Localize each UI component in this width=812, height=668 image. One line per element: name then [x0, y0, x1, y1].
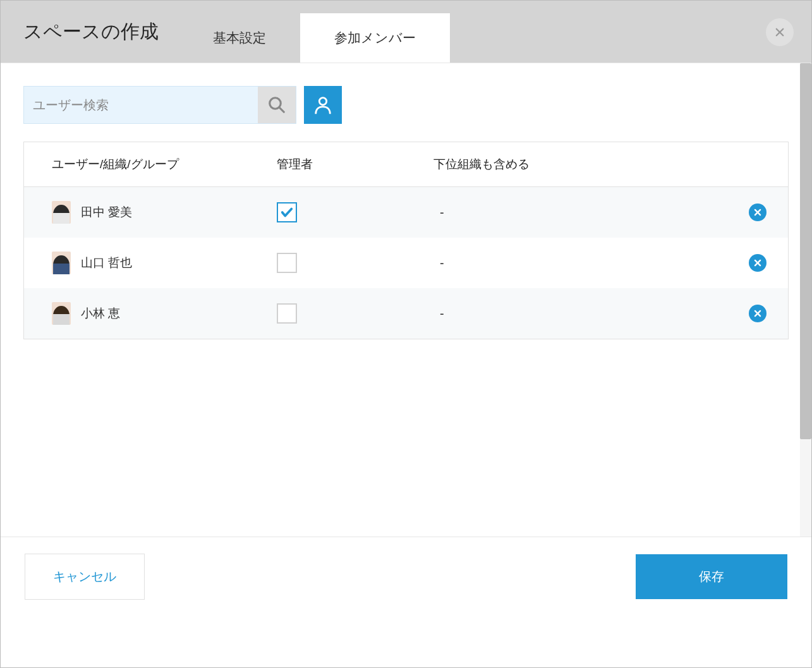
- remove-button[interactable]: [749, 305, 767, 322]
- scrollbar-thumb[interactable]: [800, 63, 811, 439]
- column-remove: [610, 156, 788, 173]
- row-include: -: [433, 307, 610, 321]
- avatar: [52, 302, 71, 325]
- admin-checkbox[interactable]: [277, 303, 297, 324]
- row-name: 山口 哲也: [24, 252, 277, 274]
- row-remove: [610, 203, 788, 221]
- row-admin: [277, 253, 433, 273]
- table-header: ユーザー/組織/グループ 管理者 下位組織も含める: [24, 142, 788, 187]
- table-row: 田中 愛美-: [24, 187, 788, 238]
- row-remove: [610, 305, 788, 322]
- close-button[interactable]: [766, 18, 794, 46]
- remove-button[interactable]: [749, 254, 767, 272]
- column-admin: 管理者: [277, 156, 433, 173]
- search-box: [23, 86, 296, 124]
- admin-checkbox[interactable]: [277, 202, 297, 222]
- avatar: [52, 201, 71, 224]
- row-include: -: [433, 256, 610, 270]
- tab-basic-settings[interactable]: 基本設定: [179, 13, 300, 63]
- column-name: ユーザー/組織/グループ: [24, 156, 277, 173]
- row-admin: [277, 303, 433, 324]
- member-name: 小林 恵: [81, 305, 120, 322]
- search-input[interactable]: [24, 87, 258, 123]
- user-icon: [312, 94, 334, 116]
- dialog-footer: キャンセル 保存: [1, 537, 811, 616]
- row-name: 小林 恵: [24, 302, 277, 325]
- remove-icon: [753, 208, 762, 217]
- search-button[interactable]: [258, 87, 296, 123]
- search-row: [23, 86, 789, 124]
- search-icon: [267, 95, 286, 114]
- table-row: 小林 恵-: [24, 288, 788, 339]
- remove-icon: [753, 258, 762, 267]
- dialog-content: ユーザー/組織/グループ 管理者 下位組織も含める 田中 愛美-山口 哲也-小林…: [1, 63, 811, 537]
- check-icon: [280, 205, 294, 219]
- avatar: [52, 252, 71, 274]
- member-name: 田中 愛美: [81, 204, 132, 221]
- svg-point-4: [319, 98, 326, 105]
- members-table: ユーザー/組織/グループ 管理者 下位組織も含める 田中 愛美-山口 哲也-小林…: [23, 142, 789, 339]
- member-name: 山口 哲也: [81, 255, 132, 271]
- remove-icon: [753, 309, 762, 318]
- tabs: 基本設定 参加メンバー: [179, 1, 450, 63]
- row-admin: [277, 202, 433, 222]
- cancel-button[interactable]: キャンセル: [25, 554, 145, 600]
- svg-line-3: [279, 107, 284, 112]
- admin-checkbox[interactable]: [277, 253, 297, 273]
- remove-button[interactable]: [749, 203, 767, 221]
- row-include: -: [433, 205, 610, 220]
- row-name: 田中 愛美: [24, 201, 277, 224]
- table-body: 田中 愛美-山口 哲也-小林 恵-: [24, 187, 788, 339]
- user-picker-button[interactable]: [304, 86, 342, 124]
- save-button[interactable]: 保存: [636, 554, 787, 599]
- dialog-title: スペースの作成: [1, 19, 179, 45]
- column-include: 下位組織も含める: [433, 156, 610, 173]
- row-remove: [610, 254, 788, 272]
- table-row: 山口 哲也-: [24, 238, 788, 288]
- scrollbar[interactable]: [800, 63, 811, 537]
- close-icon: [774, 27, 785, 38]
- dialog-header: スペースの作成 基本設定 参加メンバー: [1, 1, 811, 63]
- tab-members[interactable]: 参加メンバー: [300, 13, 450, 63]
